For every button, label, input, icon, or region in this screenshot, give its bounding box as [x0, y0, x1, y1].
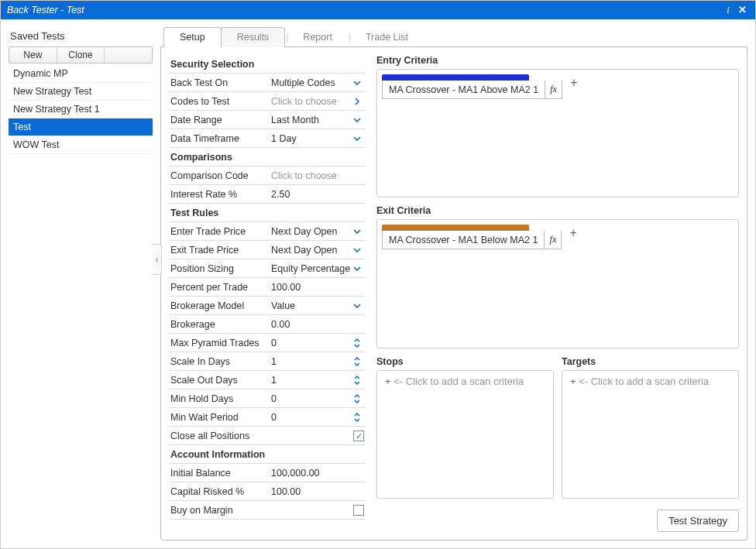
- field-value: Multiple Codes: [271, 77, 353, 88]
- field-brokerage[interactable]: Brokerage 0.00: [169, 315, 366, 334]
- info-icon[interactable]: i: [721, 5, 735, 16]
- field-brokerage-model[interactable]: Brokerage Model Value: [169, 297, 366, 315]
- exit-criteria-item[interactable]: MA Crossover - MA1 Below MA2 1 fx: [382, 225, 562, 249]
- field-enter-trade-price[interactable]: Enter Trade Price Next Day Open: [169, 222, 366, 241]
- field-scale-in-days[interactable]: Scale In Days 1: [169, 352, 366, 371]
- chevron-down-icon[interactable]: [353, 79, 364, 87]
- checkbox-checked-icon[interactable]: ✓: [353, 431, 364, 441]
- fx-icon[interactable]: fx: [545, 81, 562, 98]
- saved-tests-list: Dynamic MP New Strategy Test New Strateg…: [9, 65, 153, 154]
- tab-setup[interactable]: Setup: [163, 27, 222, 47]
- field-interest-rate[interactable]: Interest Rate % 2.50: [169, 185, 366, 204]
- entry-criteria-item[interactable]: MA Crossover - MA1 Above MA2 1 fx: [382, 74, 562, 99]
- criteria-color-bar: [382, 225, 529, 231]
- add-entry-criteria-button[interactable]: +: [567, 74, 580, 91]
- exit-criteria-box: MA Crossover - MA1 Below MA2 1 fx +: [376, 219, 739, 348]
- field-buy-on-margin[interactable]: Buy on Margin: [169, 501, 366, 520]
- field-label: Close all Positions: [170, 431, 353, 441]
- field-date-range[interactable]: Date Range Last Month: [169, 111, 366, 129]
- targets-box: + <- Click to add a scan criteria: [562, 370, 739, 499]
- entry-criteria-section: Entry Criteria MA Crossover - MA1 Above …: [376, 55, 739, 197]
- spinner-icon[interactable]: [353, 394, 364, 403]
- field-label: Min Hold Days: [170, 393, 271, 404]
- field-value: 100.00: [271, 486, 364, 497]
- field-value: 1 Day: [271, 133, 353, 144]
- spinner-icon[interactable]: [353, 357, 364, 366]
- field-label: Min Wait Period: [170, 412, 271, 423]
- targets-section: Targets + <- Click to add a scan criteri…: [562, 356, 739, 499]
- field-label: Codes to Test: [170, 96, 271, 107]
- property-grid: Security Selection Back Test On Multiple…: [169, 55, 366, 532]
- chevron-down-icon[interactable]: [353, 135, 364, 142]
- targets-title: Targets: [562, 356, 739, 370]
- field-label: Back Test On: [170, 77, 271, 88]
- field-label: Buy on Margin: [170, 505, 353, 516]
- field-min-hold-days[interactable]: Min Hold Days 0: [169, 389, 366, 408]
- toolbar-blank-button[interactable]: [105, 47, 152, 63]
- field-position-sizing[interactable]: Position Sizing Equity Percentage: [169, 259, 366, 278]
- checkbox-unchecked-icon[interactable]: [353, 505, 364, 516]
- field-min-wait-period[interactable]: Min Wait Period 0: [169, 408, 366, 427]
- tab-report[interactable]: Report: [287, 28, 348, 47]
- field-back-test-on[interactable]: Back Test On Multiple Codes: [169, 74, 366, 92]
- chevron-down-icon[interactable]: [353, 302, 364, 310]
- fx-icon[interactable]: fx: [544, 231, 561, 249]
- spinner-icon[interactable]: [353, 338, 364, 348]
- tab-trade-list[interactable]: Trade List: [350, 28, 424, 47]
- field-value: 0: [271, 412, 353, 423]
- field-label: Percent per Trade: [170, 282, 271, 293]
- new-button[interactable]: New: [9, 47, 57, 63]
- add-targets-criteria-button[interactable]: + <- Click to add a scan criteria: [567, 374, 712, 389]
- field-codes-to-test[interactable]: Codes to Test Click to choose: [169, 92, 366, 111]
- list-item[interactable]: WOW Test: [9, 136, 153, 154]
- field-label: Capital Risked %: [170, 486, 271, 497]
- close-icon[interactable]: ✕: [735, 4, 749, 16]
- collapse-sidebar-handle[interactable]: ‹: [153, 244, 162, 275]
- field-label: Interest Rate %: [170, 189, 271, 200]
- tab-results[interactable]: Results: [221, 27, 286, 47]
- field-scale-out-days[interactable]: Scale Out Days 1: [169, 371, 366, 389]
- window-title: Back Tester - Test: [7, 5, 721, 15]
- chevron-down-icon[interactable]: [353, 246, 364, 254]
- exit-criteria-section: Exit Criteria MA Crossover - MA1 Below M…: [376, 205, 739, 348]
- entry-criteria-title: Entry Criteria: [376, 55, 739, 69]
- field-capital-risked[interactable]: Capital Risked % 100.00: [169, 482, 366, 501]
- chevron-right-icon[interactable]: [353, 98, 364, 105]
- spinner-icon[interactable]: [353, 413, 364, 422]
- window: Back Tester - Test i ✕ Saved Tests New C…: [0, 0, 756, 549]
- spinner-icon[interactable]: [353, 376, 364, 385]
- field-close-all-positions[interactable]: Close all Positions ✓: [169, 427, 366, 445]
- stops-box: + <- Click to add a scan criteria: [376, 370, 554, 499]
- saved-tests-header: Saved Tests: [9, 27, 153, 46]
- field-label: Scale Out Days: [170, 375, 271, 386]
- field-value: Last Month: [271, 115, 353, 125]
- field-percent-per-trade[interactable]: Percent per Trade 100.00: [169, 278, 366, 297]
- field-data-timeframe[interactable]: Data Timeframe 1 Day: [169, 129, 366, 148]
- entry-criteria-box: MA Crossover - MA1 Above MA2 1 fx +: [376, 69, 739, 197]
- list-item[interactable]: New Strategy Test 1: [9, 101, 153, 118]
- list-item[interactable]: Dynamic MP: [9, 65, 153, 83]
- add-exit-criteria-button[interactable]: +: [566, 225, 579, 242]
- chevron-down-icon[interactable]: [353, 228, 364, 235]
- list-item[interactable]: Test: [9, 118, 153, 136]
- body: Saved Tests New Clone Dynamic MP New Str…: [1, 19, 755, 548]
- chevron-down-icon[interactable]: [353, 265, 364, 273]
- field-exit-trade-price[interactable]: Exit Trade Price Next Day Open: [169, 241, 366, 259]
- criteria-column: Entry Criteria MA Crossover - MA1 Above …: [376, 55, 739, 532]
- footer: Test Strategy: [657, 510, 739, 532]
- field-value: 100,000.00: [271, 468, 364, 479]
- list-item[interactable]: New Strategy Test: [9, 83, 153, 101]
- chevron-down-icon[interactable]: [353, 116, 364, 124]
- test-strategy-button[interactable]: Test Strategy: [657, 510, 739, 532]
- field-max-pyramid-trades[interactable]: Max Pyramid Trades 0: [169, 334, 366, 352]
- field-value: 1: [271, 356, 353, 367]
- field-initial-balance[interactable]: Initial Balance 100,000.00: [169, 464, 366, 482]
- field-label: Max Pyramid Trades: [170, 338, 271, 348]
- clone-button[interactable]: Clone: [57, 47, 105, 63]
- field-value: Click to choose: [271, 170, 364, 181]
- criteria-text: MA Crossover - MA1 Above MA2 1: [383, 81, 545, 98]
- field-value: 2.50: [271, 189, 364, 200]
- add-stops-criteria-button[interactable]: + <- Click to add a scan criteria: [382, 374, 527, 389]
- stops-section: Stops + <- Click to add a scan criteria: [376, 356, 554, 499]
- field-comparison-code[interactable]: Comparison Code Click to choose: [169, 166, 366, 185]
